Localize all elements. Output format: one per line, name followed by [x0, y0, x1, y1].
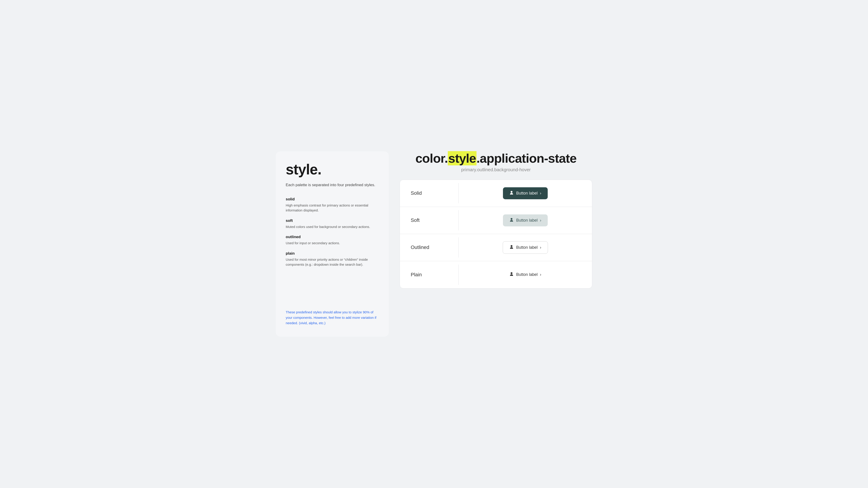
row-label-solid: Solid	[400, 183, 459, 203]
button-solid[interactable]: Button label ›	[503, 187, 548, 199]
page-subtitle: primary.outlined.background-hover	[415, 167, 577, 172]
person-icon-plain	[509, 272, 514, 278]
style-soft-name: soft	[286, 219, 379, 223]
style-solid-name: solid	[286, 197, 379, 201]
button-soft-label: Button label	[516, 218, 537, 223]
main-title: style.	[286, 162, 379, 177]
main-container: style. Each palette is separated into fo…	[276, 151, 592, 337]
chevron-plain-icon: ›	[540, 272, 541, 277]
style-outlined-name: outlined	[286, 235, 379, 239]
person-icon-outlined	[509, 245, 514, 250]
left-panel: style. Each palette is separated into fo…	[276, 151, 389, 337]
row-content-soft: Button label ›	[459, 207, 592, 234]
row-content-outlined: Button label ›	[459, 234, 592, 261]
button-outlined[interactable]: Button label ›	[503, 241, 548, 254]
button-plain[interactable]: Button label ›	[503, 269, 548, 281]
table-row-outlined: Outlined Button label ›	[400, 234, 592, 261]
title-prefix: color.	[415, 151, 448, 165]
row-content-plain: Button label ›	[459, 261, 592, 288]
table-row-solid: Solid Button label ›	[400, 180, 592, 207]
style-outlined-desc: Used for input or secondary actions.	[286, 240, 379, 246]
title-suffix: .application-state	[476, 151, 577, 165]
style-solid-section: solid High emphasis contrast for primary…	[286, 197, 379, 213]
style-table: Solid Button label › Soft	[400, 180, 592, 289]
style-soft-section: soft Muted colors used for background or…	[286, 219, 379, 230]
button-plain-label: Button label	[516, 272, 537, 277]
row-label-soft: Soft	[400, 210, 459, 230]
person-icon-solid	[509, 191, 514, 196]
style-plain-section: plain Used for most minor priority actio…	[286, 251, 379, 267]
style-plain-name: plain	[286, 251, 379, 256]
footer-note: These predefined styles should allow you…	[286, 310, 379, 326]
chevron-solid-icon: ›	[540, 191, 541, 196]
table-row-soft: Soft Button label ›	[400, 207, 592, 234]
right-panel: color.style.application-state primary.ou…	[400, 151, 592, 289]
button-soft[interactable]: Button label ›	[503, 215, 548, 226]
style-soft-desc: Muted colors used for background or seco…	[286, 224, 379, 230]
page-title: color.style.application-state	[415, 151, 577, 165]
row-label-plain: Plain	[400, 265, 459, 285]
person-icon-soft	[509, 218, 514, 223]
style-outlined-section: outlined Used for input or secondary act…	[286, 235, 379, 246]
row-content-solid: Button label ›	[459, 180, 592, 206]
chevron-outlined-icon: ›	[540, 245, 541, 250]
style-solid-desc: High emphasis contrast for primary actio…	[286, 203, 379, 213]
row-label-outlined: Outlined	[400, 237, 459, 258]
button-outlined-label: Button label	[516, 245, 537, 250]
style-plain-desc: Used for most minor priority actions or …	[286, 257, 379, 267]
table-row-plain: Plain Button label ›	[400, 261, 592, 288]
title-style: style	[448, 151, 476, 165]
subtitle: Each palette is separated into four pred…	[286, 182, 379, 188]
chevron-soft-icon: ›	[540, 218, 541, 223]
left-content: style. Each palette is separated into fo…	[286, 162, 379, 273]
button-solid-label: Button label	[516, 191, 537, 196]
header-area: color.style.application-state primary.ou…	[415, 151, 577, 172]
